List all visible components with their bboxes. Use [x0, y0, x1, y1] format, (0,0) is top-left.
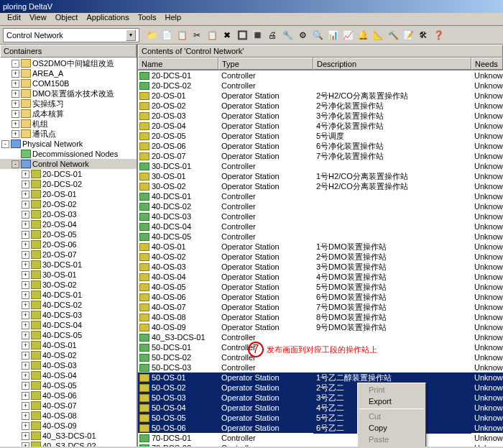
list-row[interactable]: 50-OS-01Operator Station1号乙二醇装置操作站Unknow…: [138, 372, 503, 383]
col-need[interactable]: Needs Down.: [471, 58, 503, 70]
tree-item[interactable]: Decommissioned Nodes: [0, 149, 137, 159]
tree-expand-icon[interactable]: +: [11, 120, 19, 128]
tree-expand-icon[interactable]: +: [22, 211, 29, 219]
tree-item[interactable]: +通讯点: [0, 129, 137, 139]
tree-item[interactable]: +40_S3-DCS-02: [0, 441, 137, 447]
list-row[interactable]: 50-OS-06Operator Station6号乙二Unknown: [138, 423, 503, 433]
list-row[interactable]: 20-OS-02Operator Station2号净化装置操作站Unknown: [138, 101, 503, 111]
location-combo[interactable]: Control Network ▾: [3, 28, 139, 42]
tree-expand-icon[interactable]: +: [22, 321, 29, 329]
toolbar-icon[interactable]: 🔍: [311, 29, 324, 42]
menu-view[interactable]: View: [25, 13, 51, 25]
paste-icon[interactable]: 📋: [206, 29, 218, 42]
list-row[interactable]: 40-DCS-01ControllerUnknown: [138, 191, 503, 201]
tree-item[interactable]: +40-OS-04: [0, 370, 137, 380]
list-row[interactable]: 50-OS-05Operator Station5号乙二Unknown: [138, 413, 503, 423]
list-row[interactable]: 20-OS-06Operator Station6号净化装置操作站Unknown: [138, 141, 503, 151]
list-row[interactable]: 70-DCS-01ControllerUnknown: [138, 433, 503, 443]
tree-expand-icon[interactable]: +: [22, 241, 29, 249]
tree-item[interactable]: +20-OS-04: [0, 219, 137, 229]
menu-item-copy[interactable]: Copy: [359, 422, 425, 434]
tree-expand-icon[interactable]: +: [22, 372, 29, 380]
chevron-down-icon[interactable]: ▾: [126, 29, 136, 41]
list-row[interactable]: 30-DCS-01ControllerUnknown: [138, 161, 503, 171]
tree-item[interactable]: +DMO装置循水技术改造: [0, 88, 137, 99]
list-row[interactable]: 20-OS-03Operator Station3号净化装置操作站Unknown: [138, 111, 503, 121]
list-row[interactable]: 30-OS-01Operator Station1号H2/CO分离装置操作站Un…: [138, 171, 503, 181]
col-desc[interactable]: Description: [313, 58, 471, 70]
toolbar-icon[interactable]: 🔧: [281, 29, 294, 42]
tree-item[interactable]: +成本核算: [0, 109, 137, 119]
toolbar-icon[interactable]: 📊: [326, 29, 339, 42]
col-name[interactable]: Name: [138, 58, 218, 70]
list-row[interactable]: 40_S3-DCS-01ControllerUnknown: [138, 332, 503, 342]
tree-expand-icon[interactable]: +: [11, 90, 19, 98]
tree-expand-icon[interactable]: -: [11, 60, 19, 68]
menu-item-delete[interactable]: Delete: [359, 445, 425, 447]
toolbar-icon[interactable]: 📐: [372, 29, 384, 42]
list-row[interactable]: 50-OS-04Operator Station4号乙二Unknown: [138, 403, 503, 413]
list-row[interactable]: 50-OS-02Operator Station2号乙二Unknown: [138, 383, 503, 393]
list-row[interactable]: 70-DCS-02ControllerUnknown: [138, 443, 503, 447]
tree-item[interactable]: +20-DCS-01: [0, 169, 137, 179]
tree-item[interactable]: +20-OS-06: [0, 239, 137, 250]
tree-expand-icon[interactable]: +: [22, 191, 29, 198]
tree-item[interactable]: +20-DCS-02: [0, 179, 137, 189]
print-icon[interactable]: 🖨: [266, 29, 279, 42]
tree-item[interactable]: +20-OS-03: [0, 209, 137, 219]
list-row[interactable]: 40-OS-09Operator Station9号DMO装置操作站Unknow…: [138, 322, 503, 332]
copy-icon[interactable]: 📋: [175, 29, 188, 42]
tree-item[interactable]: +20-OS-05: [0, 229, 137, 239]
tree-expand-icon[interactable]: +: [22, 352, 29, 360]
tree-expand-icon[interactable]: +: [22, 261, 29, 269]
tree-expand-icon[interactable]: +: [22, 221, 29, 229]
list-row[interactable]: 20-DCS-02ControllerUnknown: [138, 81, 503, 91]
list-row[interactable]: 40-DCS-05ControllerUnknown: [138, 232, 503, 242]
tree-expand-icon[interactable]: +: [22, 442, 29, 447]
tree-expand-icon[interactable]: +: [22, 412, 29, 420]
tree-item[interactable]: +30-DCS-01: [0, 260, 137, 270]
list-view[interactable]: 7 发布画面到对应工段的操作站上 PrintExportCutCopyPaste…: [138, 70, 503, 447]
toolbar-icon[interactable]: 📈: [341, 29, 354, 42]
tree-item[interactable]: +AREA_A: [0, 68, 137, 78]
tree-expand-icon[interactable]: +: [11, 80, 19, 88]
list-row[interactable]: 40-OS-08Operator Station8号DMO装置操作站Unknow…: [138, 312, 503, 322]
tree-expand-icon[interactable]: +: [22, 422, 29, 430]
tree-expand-icon[interactable]: +: [11, 110, 19, 118]
list-row[interactable]: 40-OS-01Operator Station1号DMO装置操作站Unknow…: [138, 242, 503, 252]
tree-expand-icon[interactable]: +: [22, 311, 29, 319]
menu-applications[interactable]: Applications: [82, 13, 133, 25]
tree-item[interactable]: -Control Network: [0, 159, 137, 169]
tree-item[interactable]: +30-OS-02: [0, 280, 137, 290]
menu-help[interactable]: Help: [160, 13, 185, 25]
tree-item[interactable]: +30-OS-01: [0, 270, 137, 280]
menu-object[interactable]: Object: [51, 13, 83, 25]
tree-expand-icon[interactable]: +: [22, 432, 29, 440]
col-type[interactable]: Type: [218, 58, 313, 70]
tree-expand-icon[interactable]: +: [22, 180, 29, 188]
tree-item[interactable]: -Physical Network: [0, 139, 137, 149]
tree-item[interactable]: +20-OS-02: [0, 199, 137, 209]
tree-view[interactable]: -OS2DMO中间罐组改造+AREA_A+COM150B+DMO装置循水技术改造…: [0, 58, 137, 447]
tree-item[interactable]: +40_S3-DCS-01: [0, 431, 137, 441]
tree-expand-icon[interactable]: +: [22, 392, 29, 400]
list-row[interactable]: 20-OS-05Operator Station5号调度Unknown: [138, 131, 503, 141]
list-row[interactable]: 30-OS-02Operator Station2号H2/CO分离装置操作站Un…: [138, 181, 503, 191]
menu-tools[interactable]: Tools: [134, 13, 161, 25]
tree-item[interactable]: +40-DCS-05: [0, 330, 137, 340]
delete-icon[interactable]: ✖: [221, 29, 234, 42]
toolbar-icon[interactable]: ⚙: [296, 29, 309, 42]
list-row[interactable]: 40-DCS-04ControllerUnknown: [138, 221, 503, 232]
list-row[interactable]: 40-OS-03Operator Station3号DMO装置操作站Unknow…: [138, 262, 503, 272]
toolbar-icon[interactable]: 🔲: [236, 29, 249, 42]
list-row[interactable]: 40-OS-07Operator Station7号DMO装置操作站Unknow…: [138, 302, 503, 312]
toolbar-icon[interactable]: 📝: [402, 29, 415, 42]
tree-item[interactable]: +40-OS-05: [0, 380, 137, 390]
tree-expand-icon[interactable]: +: [22, 170, 29, 178]
tree-expand-icon[interactable]: +: [22, 201, 29, 209]
menu-edit[interactable]: Edit: [3, 13, 25, 25]
tree-item[interactable]: +40-DCS-01: [0, 290, 137, 300]
list-row[interactable]: 50-DCS-03ControllerUnknown: [138, 362, 503, 372]
tree-item[interactable]: -OS2DMO中间罐组改造: [0, 58, 137, 68]
tree-item[interactable]: +40-OS-08: [0, 411, 137, 421]
